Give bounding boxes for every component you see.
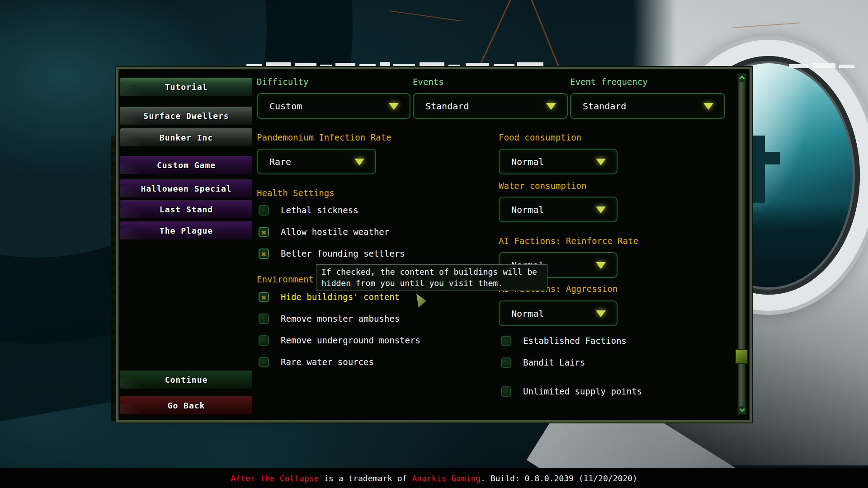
chevron-up-icon bbox=[739, 75, 745, 81]
footer-trademark-text: is a trademark of bbox=[319, 474, 412, 483]
pandemonium-value: Rare bbox=[269, 156, 291, 167]
checkbox-label-unlimited-supply-points: Unlimited supply points bbox=[523, 386, 642, 397]
checkbox-label-remove-underground-monsters: Remove underground monsters bbox=[281, 335, 420, 346]
continue-button[interactable]: Continue bbox=[120, 371, 252, 389]
event-frequency-label: Event frequency bbox=[570, 77, 648, 87]
scenario-button-halloween-special[interactable]: Halloween Special bbox=[120, 179, 252, 197]
checkbox-remove-monster-ambushes[interactable]: ✕ bbox=[259, 314, 269, 324]
pandemonium-infection-rate-dropdown[interactable]: Rare bbox=[257, 149, 376, 174]
custom-game-settings-panel: Tutorial Surface Dwellers Bunker Inc Cus… bbox=[118, 69, 750, 420]
ai-aggression-dropdown[interactable]: Normal bbox=[499, 300, 618, 326]
scenario-button-the-plague[interactable]: The Plague bbox=[120, 221, 252, 239]
checkbox-rare-water-sources[interactable]: ✕ bbox=[259, 357, 269, 367]
food-consumption-label: Food consumption bbox=[499, 132, 581, 142]
checkbox-label-allow-hostile-weather: Allow hostile weather bbox=[281, 226, 389, 237]
scrollbar-thumb[interactable] bbox=[735, 349, 748, 364]
scenario-button-last-stand[interactable]: Last Stand bbox=[120, 200, 252, 218]
difficulty-value: Custom bbox=[269, 101, 302, 112]
water-consumption-dropdown[interactable]: Normal bbox=[499, 197, 618, 222]
ai-reinforce-rate-label: AI Factions: Reinforce Rate bbox=[499, 236, 638, 246]
background-antenna-strip bbox=[111, 136, 118, 421]
checkbox-unlimited-supply-points[interactable]: ✕ bbox=[501, 386, 511, 397]
chevron-down-icon bbox=[596, 159, 606, 165]
pandemonium-infection-rate-label: Pandemonium Infection Rate bbox=[257, 132, 391, 142]
event-frequency-value: Standard bbox=[583, 101, 626, 112]
ai-aggression-value: Normal bbox=[511, 308, 544, 319]
checkbox-bandit-lairs[interactable]: ✕ bbox=[501, 357, 511, 368]
go-back-button[interactable]: Go Back bbox=[120, 396, 252, 414]
chevron-down-icon bbox=[739, 406, 745, 412]
checkbox-label-bandit-lairs: Bandit Lairs bbox=[523, 357, 585, 368]
scrollbar-down-button[interactable] bbox=[737, 406, 746, 415]
checkbox-label-better-founding-settlers: Better founding settlers bbox=[281, 248, 405, 259]
checkbox-label-lethal-sickness: Lethal sickness bbox=[281, 205, 359, 216]
environment-section-label: Environment bbox=[257, 274, 314, 284]
checkbox-better-founding-settlers[interactable]: ✕ bbox=[259, 249, 269, 259]
chevron-down-icon bbox=[596, 310, 606, 317]
water-consumption-label: Water consumption bbox=[499, 181, 586, 191]
checkbox-x-icon: ✕ bbox=[259, 228, 268, 237]
event-frequency-dropdown[interactable]: Standard bbox=[570, 93, 725, 119]
footer-game-name: After the Collapse bbox=[231, 474, 319, 483]
checkbox-label-hide-buildings-content: Hide buildings' content bbox=[281, 291, 400, 302]
chevron-down-icon bbox=[389, 103, 399, 110]
checkbox-allow-hostile-weather[interactable]: ✕ bbox=[259, 227, 269, 237]
food-consumption-value: Normal bbox=[511, 156, 544, 167]
checkbox-hide-buildings-content[interactable]: ✕ bbox=[259, 292, 269, 302]
scenario-button-custom-game[interactable]: Custom Game bbox=[120, 156, 252, 174]
scenario-button-bunker-inc[interactable]: Bunker Inc bbox=[120, 128, 252, 146]
chevron-down-icon bbox=[354, 159, 364, 165]
chevron-down-icon bbox=[703, 103, 713, 110]
chevron-down-icon bbox=[596, 206, 606, 213]
checkbox-label-remove-monster-ambushes: Remove monster ambushes bbox=[281, 313, 400, 324]
events-dropdown[interactable]: Standard bbox=[413, 93, 568, 119]
chevron-down-icon bbox=[596, 262, 606, 269]
scenario-button-surface-dwellers[interactable]: Surface Dwellers bbox=[120, 107, 252, 125]
scenario-button-tutorial[interactable]: Tutorial bbox=[120, 78, 252, 96]
tooltip-line: hidden from you until you visit them. bbox=[321, 277, 542, 289]
scrollbar-up-button[interactable] bbox=[737, 73, 746, 82]
checkbox-lethal-sickness[interactable]: ✕ bbox=[259, 205, 269, 216]
events-value: Standard bbox=[425, 101, 469, 112]
chevron-down-icon bbox=[546, 103, 556, 110]
checkbox-remove-underground-monsters[interactable]: ✕ bbox=[259, 335, 269, 346]
graveyard-cross-art bbox=[752, 136, 765, 203]
footer-build-text: . Build: 0.8.0.2039 (11/20/2020) bbox=[481, 474, 637, 483]
checkbox-x-icon: ✕ bbox=[259, 249, 268, 258]
tooltip-hide-buildings-content: If checked, the content of buildings wil… bbox=[316, 264, 547, 291]
footer-bar: After the Collapse is a trademark of Ana… bbox=[0, 468, 868, 488]
checkbox-label-established-factions: Established Factions bbox=[523, 335, 627, 346]
tooltip-line: If checked, the content of buildings wil… bbox=[321, 266, 542, 277]
footer-company-name: Anarkis Gaming bbox=[412, 474, 481, 483]
checkbox-label-rare-water-sources: Rare water sources bbox=[281, 357, 374, 367]
events-label: Events bbox=[413, 77, 444, 87]
difficulty-dropdown[interactable]: Custom bbox=[257, 93, 410, 119]
game-screen: Tutorial Surface Dwellers Bunker Inc Cus… bbox=[0, 0, 868, 488]
food-consumption-dropdown[interactable]: Normal bbox=[499, 149, 618, 174]
difficulty-label: Difficulty bbox=[257, 77, 308, 87]
checkbox-established-factions[interactable]: ✕ bbox=[501, 336, 511, 346]
health-settings-section-label: Health Settings bbox=[257, 188, 335, 198]
water-consumption-value: Normal bbox=[511, 204, 544, 215]
checkbox-x-icon: ✕ bbox=[259, 293, 268, 302]
